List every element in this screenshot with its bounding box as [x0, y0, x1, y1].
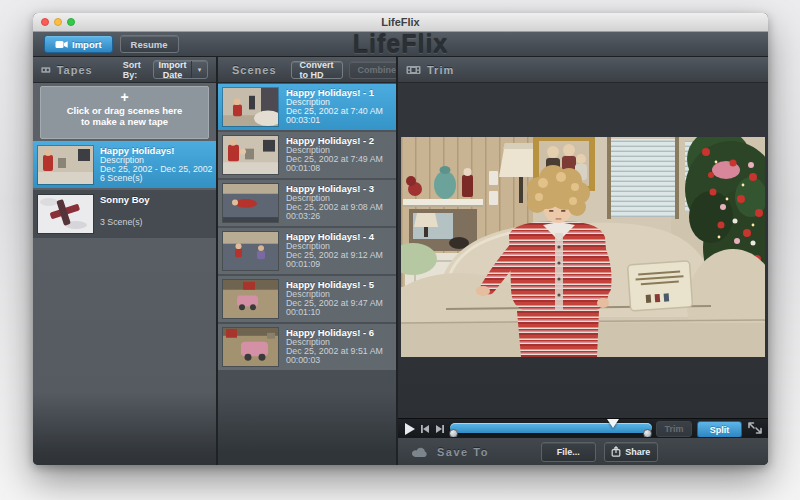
save-to-bar: Save To File... Share	[398, 437, 768, 465]
tapes-panel: Tapes Sort By: Import Date ▾ + Click or …	[33, 57, 216, 465]
dropzone-text-line2: to make a new tape	[41, 116, 208, 127]
desktop-background: LifeFlix Import Resume LifeFlix	[0, 0, 800, 500]
tape-item-happy-holidays[interactable]: Happy Holidays! Description Dec 25, 2002…	[33, 141, 216, 188]
scene-meta: Happy Holidays! - 3 Description Dec 25, …	[286, 184, 394, 222]
chevron-down-icon: ▾	[191, 61, 207, 78]
import-label: Import	[72, 39, 102, 50]
scene-item-2[interactable]: Happy Holidays! - 2 Description Dec 25, …	[218, 132, 396, 178]
trim-header: Trim	[398, 57, 768, 83]
combine-label: Combine	[358, 65, 396, 75]
split-button[interactable]: Split	[697, 421, 742, 438]
import-button[interactable]: Import	[44, 35, 113, 53]
scene-item-5[interactable]: Happy Holidays! - 5 Description Dec 25, …	[218, 276, 396, 322]
video-frame	[401, 137, 765, 357]
resume-button[interactable]: Resume	[120, 35, 179, 53]
tapes-title: Tapes	[57, 64, 93, 76]
scene-meta: Happy Holidays! - 2 Description Dec 25, …	[286, 136, 394, 174]
scene-item-1[interactable]: Happy Holidays! - 1 Description Dec 25, …	[218, 84, 396, 130]
scene-duration: 00:03:01	[286, 116, 394, 125]
scenes-header: Scenes Convert to HD Combine	[218, 57, 396, 83]
tape-item-sonny-boy[interactable]: Sonny Boy 3 Scene(s)	[33, 190, 216, 238]
resume-label: Resume	[131, 39, 168, 50]
panel-divider	[216, 57, 218, 465]
sort-by-label: Sort By:	[123, 60, 147, 80]
tape-meta: Sonny Boy 3 Scene(s)	[100, 195, 214, 227]
fullscreen-icon[interactable]	[747, 421, 763, 435]
window-title: LifeFlix	[33, 16, 768, 28]
step-forward-button[interactable]	[433, 424, 445, 434]
tape-icon	[41, 65, 51, 75]
filmstrip-icon	[406, 65, 421, 75]
scene-meta: Happy Holidays! - 6 Description Dec 25, …	[286, 328, 394, 366]
scene-item-3[interactable]: Happy Holidays! - 3 Description Dec 25, …	[218, 180, 396, 226]
scene-duration: 00:03:26	[286, 212, 394, 221]
scene-duration: 00:01:08	[286, 164, 394, 173]
scene-duration: 00:00:03	[286, 356, 394, 365]
save-to-label: Save To	[437, 446, 489, 458]
scene-thumbnail	[223, 280, 278, 318]
playhead-marker[interactable]	[607, 419, 619, 428]
scene-meta: Happy Holidays! - 1 Description Dec 25, …	[286, 88, 394, 126]
toolbar: Import Resume LifeFlix	[33, 32, 768, 57]
step-backward-button[interactable]	[420, 424, 432, 434]
combine-button[interactable]: Combine	[349, 61, 396, 79]
panel-divider	[396, 57, 398, 465]
convert-to-hd-button[interactable]: Convert to HD	[291, 61, 343, 79]
app-window: LifeFlix Import Resume LifeFlix	[33, 13, 768, 465]
scene-thumbnail	[223, 232, 278, 270]
tape-thumbnail	[38, 195, 93, 233]
file-label: File...	[557, 447, 580, 457]
new-tape-dropzone[interactable]: + Click or drag scenes here to make a ne…	[40, 86, 209, 139]
scene-thumbnail	[223, 136, 278, 174]
plus-icon: +	[41, 90, 208, 105]
cloud-icon	[411, 446, 429, 458]
tape-title: Sonny Boy	[100, 195, 214, 205]
file-button[interactable]: File...	[541, 442, 596, 462]
scene-meta: Happy Holidays! - 5 Description Dec 25, …	[286, 280, 394, 318]
scene-duration: 00:01:09	[286, 260, 394, 269]
trim-title: Trim	[427, 64, 454, 76]
trim-slider[interactable]	[450, 421, 652, 438]
trim-button[interactable]: Trim	[656, 421, 692, 437]
tape-thumbnail	[38, 146, 93, 184]
sort-dropdown[interactable]: Import Date ▾	[153, 60, 208, 79]
play-button[interactable]	[405, 423, 415, 435]
share-icon	[611, 446, 621, 457]
split-label: Split	[710, 425, 730, 435]
scenes-panel: Scenes Convert to HD Combine	[218, 57, 396, 465]
playback-controls: Trim Split	[398, 418, 768, 438]
convert-label: Convert to HD	[300, 60, 334, 80]
scene-thumbnail	[223, 328, 278, 366]
tape-scene-count: 3 Scene(s)	[100, 218, 214, 227]
video-preview	[401, 137, 765, 357]
scene-thumbnail	[223, 88, 278, 126]
main-area: Tapes Sort By: Import Date ▾ + Click or …	[33, 57, 768, 465]
trim-slider-track[interactable]	[450, 423, 652, 433]
sort-value: Import Date	[154, 60, 191, 80]
trim-panel: Trim	[398, 57, 768, 465]
share-button[interactable]: Share	[604, 442, 658, 462]
scene-item-4[interactable]: Happy Holidays! - 4 Description Dec 25, …	[218, 228, 396, 274]
tape-meta: Happy Holidays! Description Dec 25, 2002…	[100, 146, 214, 184]
scene-thumbnail	[223, 184, 278, 222]
camera-icon	[55, 40, 68, 49]
trim-label: Trim	[664, 424, 683, 434]
tape-scene-count: 6 Scene(s)	[100, 174, 214, 183]
app-logo: LifeFlix	[353, 30, 449, 59]
scene-item-6[interactable]: Happy Holidays! - 6 Description Dec 25, …	[218, 324, 396, 370]
tapes-header: Tapes Sort By: Import Date ▾	[33, 57, 216, 83]
dropzone-text-line1: Click or drag scenes here	[41, 105, 208, 116]
scenes-title: Scenes	[232, 64, 277, 76]
scene-meta: Happy Holidays! - 4 Description Dec 25, …	[286, 232, 394, 270]
scene-duration: 00:01:10	[286, 308, 394, 317]
share-label: Share	[625, 447, 650, 457]
